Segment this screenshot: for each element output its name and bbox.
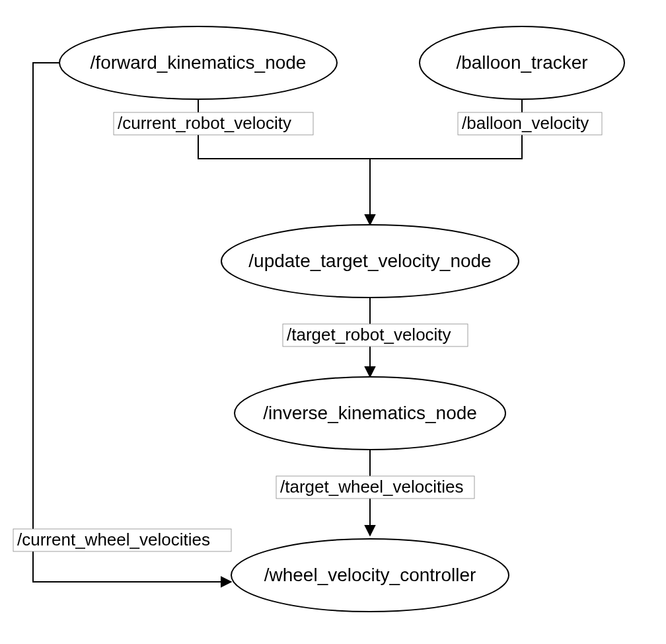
- edge-current-robot-velocity: /current_robot_velocity: [114, 96, 370, 159]
- edge-target-wheel-velocities: /target_wheel_velocities: [276, 450, 474, 536]
- node-label-inverse-kinematics: /inverse_kinematics_node: [263, 403, 477, 423]
- node-label-forward-kinematics: /forward_kinematics_node: [91, 52, 307, 73]
- edge-label-balloon-velocity: /balloon_velocity: [462, 113, 589, 133]
- edge-label-target-robot-velocity: /target_robot_velocity: [287, 325, 451, 344]
- edge-balloon-velocity: /balloon_velocity: [370, 96, 602, 159]
- node-forward-kinematics: /forward_kinematics_node: [59, 26, 337, 99]
- edge-label-current-wheel-velocities: /current_wheel_velocities: [17, 530, 210, 549]
- edge-target-robot-velocity: /target_robot_velocity: [283, 298, 468, 377]
- node-label-wheel-velocity-controller: /wheel_velocity_controller: [264, 565, 476, 585]
- node-balloon-tracker: /balloon_tracker: [420, 26, 624, 99]
- node-update-target-velocity: /update_target_velocity_node: [221, 225, 519, 298]
- ros-graph-diagram: /current_wheel_velocities /current_robot…: [0, 0, 666, 644]
- node-wheel-velocity-controller: /wheel_velocity_controller: [231, 539, 509, 612]
- node-label-update-target-velocity: /update_target_velocity_node: [248, 251, 491, 271]
- edge-label-target-wheel-velocities: /target_wheel_velocities: [280, 477, 464, 497]
- edge-label-current-robot-velocity: /current_robot_velocity: [118, 113, 291, 133]
- node-label-balloon-tracker: /balloon_tracker: [456, 52, 587, 73]
- node-inverse-kinematics: /inverse_kinematics_node: [235, 377, 505, 450]
